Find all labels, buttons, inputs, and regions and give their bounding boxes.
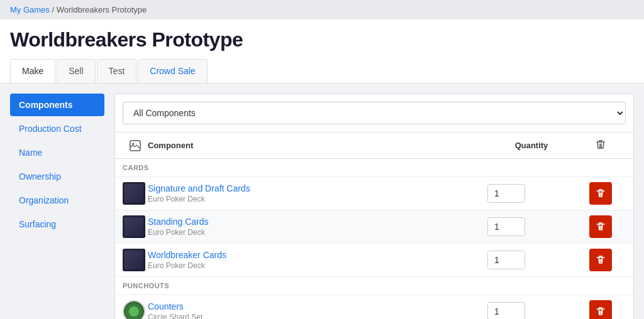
delete-cell: [575, 215, 626, 238]
delete-cell: [575, 249, 626, 271]
tab-bar: Make Sell Test Crowd Sale: [10, 59, 634, 83]
table-row: Standing Cards Euro Poker Deck: [115, 210, 633, 244]
col-icon-header: [123, 140, 148, 151]
quantity-input[interactable]: [487, 251, 525, 269]
sidebar: Components Production Cost Name Ownershi…: [10, 94, 104, 319]
breadcrumb-current: Worldbreakers Prototype: [57, 5, 147, 14]
table-row: Worldbreaker Cards Euro Poker Deck: [115, 244, 633, 277]
component-name-link[interactable]: Standing Cards: [148, 217, 487, 227]
sidebar-item-components[interactable]: Components: [10, 94, 104, 116]
delete-button[interactable]: [589, 300, 612, 319]
section-label-cards: CARDS: [115, 159, 633, 177]
sidebar-item-production-cost[interactable]: Production Cost: [10, 117, 104, 140]
tab-crowd-sale[interactable]: Crowd Sale: [138, 59, 207, 83]
quantity-input[interactable]: [487, 217, 525, 236]
table-row: Signature and Draft Cards Euro Poker Dec…: [115, 177, 633, 210]
component-info: Signature and Draft Cards Euro Poker Dec…: [148, 183, 487, 203]
quantity-input[interactable]: [487, 302, 525, 319]
quantity-cell: [487, 302, 575, 319]
sidebar-item-organization[interactable]: Organization: [10, 189, 104, 212]
trash-header-icon: [595, 139, 606, 150]
component-thumb: [123, 182, 148, 205]
page-title: Worldbreakers Prototype: [10, 28, 634, 51]
delete-cell: [575, 182, 626, 205]
content-area: All Components Cards Punchouts Boards Di…: [114, 94, 634, 319]
image-icon: [130, 140, 141, 151]
component-info: Worldbreaker Cards Euro Poker Deck: [148, 250, 487, 270]
col-delete-header: [575, 139, 626, 152]
breadcrumb-parent-link[interactable]: My Games: [10, 5, 50, 14]
trash-icon: [596, 255, 606, 265]
svg-point-1: [133, 143, 135, 144]
tab-test[interactable]: Test: [97, 59, 137, 83]
card-thumbnail: [123, 249, 145, 271]
component-name-link[interactable]: Signature and Draft Cards: [148, 183, 487, 193]
filter-bar: All Components Cards Punchouts Boards Di…: [115, 94, 633, 132]
tab-make[interactable]: Make: [10, 59, 55, 83]
card-thumbnail: [123, 182, 145, 205]
breadcrumb-separator: /: [52, 5, 56, 14]
component-subtype: Euro Poker Deck: [148, 228, 487, 237]
card-thumbnail: [123, 215, 145, 238]
quantity-input[interactable]: [487, 184, 525, 203]
col-quantity-header: Quantity: [487, 141, 575, 150]
delete-cell: [575, 300, 626, 319]
trash-icon: [596, 306, 606, 316]
counter-visual: [124, 301, 144, 319]
component-thumb: [123, 215, 148, 238]
trash-icon: [596, 222, 606, 232]
delete-button[interactable]: [589, 182, 612, 205]
quantity-cell: [487, 251, 575, 269]
component-thumb: [123, 249, 148, 271]
sidebar-item-surfacing[interactable]: Surfacing: [10, 213, 104, 235]
main-content: Components Production Cost Name Ownershi…: [0, 84, 644, 319]
component-info: Counters Circle Shard Set: [148, 301, 487, 319]
delete-button[interactable]: [589, 215, 612, 238]
section-label-punchouts: PUNCHOUTS: [115, 277, 633, 295]
component-name-link[interactable]: Counters: [148, 301, 487, 311]
quantity-cell: [487, 217, 575, 236]
table-row: Counters Circle Shard Set: [115, 295, 633, 319]
component-info: Standing Cards Euro Poker Deck: [148, 217, 487, 237]
component-name-link[interactable]: Worldbreaker Cards: [148, 250, 487, 260]
tab-sell[interactable]: Sell: [57, 59, 95, 83]
page-header: Worldbreakers Prototype Make Sell Test C…: [0, 19, 644, 84]
component-thumb: [123, 300, 148, 319]
counter-inner: [129, 306, 139, 316]
component-subtype: Circle Shard Set: [148, 313, 487, 319]
counter-thumbnail: [123, 300, 145, 319]
quantity-cell: [487, 184, 575, 203]
table-header: Component Quantity: [115, 132, 633, 159]
component-subtype: Euro Poker Deck: [148, 261, 487, 270]
component-filter-select[interactable]: All Components Cards Punchouts Boards Di…: [123, 102, 626, 124]
sidebar-item-ownership[interactable]: Ownership: [10, 165, 104, 188]
component-subtype: Euro Poker Deck: [148, 195, 487, 203]
delete-button[interactable]: [589, 249, 612, 271]
col-component-header: Component: [148, 141, 487, 150]
sidebar-item-name[interactable]: Name: [10, 141, 104, 164]
breadcrumb: My Games / Worldbreakers Prototype: [0, 0, 644, 19]
trash-icon: [596, 188, 606, 198]
